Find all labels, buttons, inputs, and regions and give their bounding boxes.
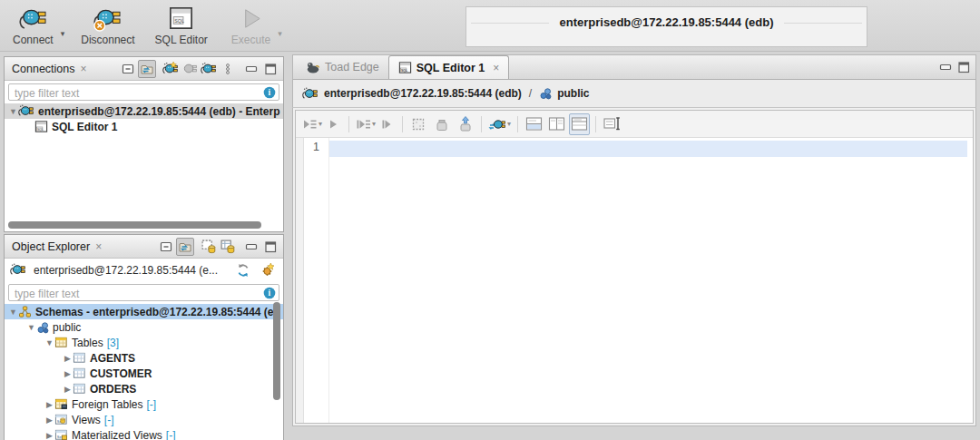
connections-panel-header: Connections × xyxy=(5,57,283,81)
sql-editor-button[interactable]: SQL Editor xyxy=(150,4,213,48)
views-tree-row[interactable]: ▶ Views [-] xyxy=(5,412,283,427)
execute-dropdown-icon[interactable]: ▾ xyxy=(278,29,282,38)
disconnect-selected-button[interactable] xyxy=(181,60,199,78)
connect-dropdown-icon[interactable]: ▾ xyxy=(61,29,65,38)
filter-info-icon[interactable] xyxy=(263,86,276,99)
execute-statement-button[interactable] xyxy=(323,113,343,135)
text-caret-icon xyxy=(603,116,621,132)
layout-horizontal-split-button[interactable] xyxy=(524,113,544,135)
explain-plan-button[interactable] xyxy=(408,113,428,135)
table-icon xyxy=(73,367,86,380)
table-customer-tree-row[interactable]: ▶ CUSTOMER xyxy=(5,366,283,381)
tables-tree-row[interactable]: ▼ Tables [3] xyxy=(5,335,283,350)
view-menu-button[interactable] xyxy=(219,60,237,78)
twistie-collapsed-icon[interactable]: ▶ xyxy=(63,385,73,394)
collapse-all-button[interactable] xyxy=(119,60,137,78)
tab-toad-edge[interactable]: Toad Edge xyxy=(297,55,388,79)
execute-button[interactable]: Execute xyxy=(226,4,276,48)
commit-jar-icon xyxy=(434,116,450,132)
execute-from-cursor-dropdown-icon[interactable]: ▾ xyxy=(372,120,376,128)
table-agents-tree-row[interactable]: ▶ AGENTS xyxy=(5,350,283,366)
toad-icon xyxy=(306,60,320,74)
table-orders-tree-row[interactable]: ▶ ORDERS xyxy=(5,381,283,396)
oe-collapse-all-button[interactable] xyxy=(157,238,175,256)
twistie-collapsed-icon[interactable]: ▶ xyxy=(44,431,54,440)
oe-filter-input[interactable] xyxy=(9,287,279,302)
oe-maximize-panel-button[interactable] xyxy=(261,238,279,256)
connect-selected-button[interactable] xyxy=(200,60,218,78)
text-editor-mode-button[interactable] xyxy=(602,113,622,135)
schemas-tree-row[interactable]: ▼ Schemas - enterprisedb@172.22.19.85:54… xyxy=(5,304,283,319)
maximize-panel-button[interactable] xyxy=(261,60,279,78)
object-explorer-tree: ▼ Schemas - enterprisedb@172.22.19.85:54… xyxy=(5,304,283,440)
tab-sql-editor-1[interactable]: SQL Editor 1 × xyxy=(388,55,510,79)
code-text-area[interactable] xyxy=(329,138,973,423)
change-connection-icon xyxy=(488,117,506,132)
schema-public-tree-row[interactable]: ▼ public xyxy=(5,319,283,335)
breadcrumb-schema[interactable]: public xyxy=(557,87,589,100)
execute-from-cursor-icon xyxy=(356,116,371,132)
materialized-views-tree-row[interactable]: ▶ Materialized Views [-] xyxy=(5,427,283,440)
oe-link-with-editor-button[interactable] xyxy=(176,238,194,256)
oe-vertical-scrollbar[interactable] xyxy=(272,302,281,438)
minimize-editor-icon[interactable] xyxy=(939,61,952,73)
line-number-gutter: 1 xyxy=(304,138,329,423)
disconnect-button[interactable]: Disconnect xyxy=(75,4,140,48)
sql-window-icon xyxy=(168,5,194,32)
layout-vertical-split-button[interactable] xyxy=(546,113,566,135)
show-object-counts-button[interactable] xyxy=(219,238,237,256)
tables-label: Tables xyxy=(72,337,103,349)
new-connection-button[interactable] xyxy=(162,60,180,78)
link-with-editor-button[interactable] xyxy=(138,60,156,78)
tab-close-icon[interactable]: × xyxy=(493,62,499,74)
breadcrumb-connection[interactable]: enterprisedb@172.22.19.85:5444 (edb) xyxy=(324,87,522,100)
twistie-expanded-icon[interactable]: ▼ xyxy=(44,338,54,347)
main-toolbar: Connect ▾ Disconnect SQL Editor Execute … xyxy=(0,0,980,52)
twistie-collapsed-icon[interactable]: ▶ xyxy=(63,369,73,378)
show-system-objects-button[interactable] xyxy=(200,238,218,256)
twistie-collapsed-icon[interactable]: ▶ xyxy=(44,416,54,425)
commit-button[interactable] xyxy=(432,113,452,135)
oe-minimize-panel-button[interactable] xyxy=(242,238,260,256)
minimize-panel-button[interactable] xyxy=(242,60,260,78)
disconnect-label: Disconnect xyxy=(81,34,134,46)
twistie-expanded-icon[interactable]: ▼ xyxy=(26,323,36,332)
execute-all-statements-button[interactable]: ▾ xyxy=(301,113,323,135)
oe-connection-settings-button[interactable] xyxy=(260,261,278,279)
connections-panel: Connections × xyxy=(4,56,284,232)
oe-refresh-button[interactable] xyxy=(234,261,252,279)
sql-editor-tree-row[interactable]: SQL Editor 1 xyxy=(5,119,283,134)
twistie-collapsed-icon[interactable]: ▶ xyxy=(63,354,73,363)
oe-filter-info-icon[interactable] xyxy=(263,287,276,299)
rollback-button[interactable] xyxy=(456,113,475,135)
minimize-icon xyxy=(245,240,258,253)
oe-connection-label[interactable]: enterprisedb@172.22.19.85:5444 (e... xyxy=(34,264,233,277)
connections-tab[interactable]: Connections xyxy=(12,63,75,75)
step-execute-button[interactable] xyxy=(377,113,397,135)
hscroll-thumb[interactable] xyxy=(8,221,261,229)
connection-tree-row[interactable]: ▼ enterprisedb@172.22.19.85:5444 (edb) -… xyxy=(5,103,283,119)
breadcrumb: enterprisedb@172.22.19.85:5444 (edb) / p… xyxy=(292,80,976,107)
connect-button[interactable]: Connect xyxy=(7,4,59,48)
change-connection-dropdown-icon[interactable]: ▾ xyxy=(507,120,511,128)
connections-filter-input[interactable] xyxy=(9,86,279,102)
connections-tab-close-icon[interactable]: × xyxy=(81,63,87,75)
foreign-tables-tree-row[interactable]: ▶ Foreign Tables [-] xyxy=(5,396,283,412)
execute-from-cursor-button[interactable]: ▾ xyxy=(355,113,377,135)
twistie-expanded-icon[interactable]: ▼ xyxy=(8,107,18,116)
layout-editor-only-button[interactable] xyxy=(569,113,590,135)
connections-horizontal-scrollbar[interactable] xyxy=(6,220,281,230)
change-connection-button[interactable]: ▾ xyxy=(487,113,512,135)
twistie-expanded-icon[interactable]: ▼ xyxy=(8,308,18,317)
vscroll-thumb[interactable] xyxy=(273,302,280,400)
twistie-collapsed-icon[interactable]: ▶ xyxy=(44,400,54,409)
sql-code-editor[interactable]: 1 xyxy=(296,138,973,423)
maximize-editor-icon[interactable] xyxy=(957,61,970,73)
table-agents-label: AGENTS xyxy=(90,352,135,365)
schemas-icon xyxy=(18,305,32,318)
line-number: 1 xyxy=(313,141,319,153)
execute-all-dropdown-icon[interactable]: ▾ xyxy=(318,120,322,128)
layout-editor-only-icon xyxy=(571,116,588,132)
object-explorer-tab-close-icon[interactable]: × xyxy=(95,240,102,253)
object-explorer-tab[interactable]: Object Explorer xyxy=(12,240,90,253)
